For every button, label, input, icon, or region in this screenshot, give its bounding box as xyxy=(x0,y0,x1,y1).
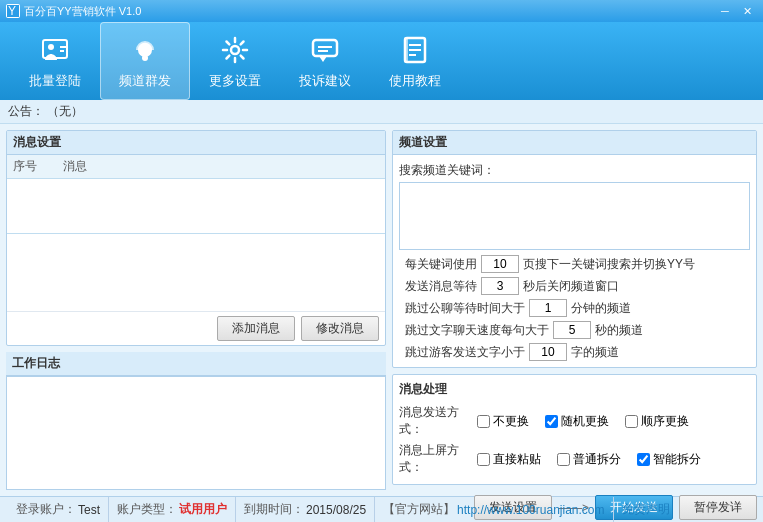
normal-split-option[interactable]: 普通拆分 xyxy=(557,451,621,468)
display-mode-label: 消息上屏方式： xyxy=(399,442,469,476)
search-keyword-label: 搜索频道关键词： xyxy=(399,159,750,182)
official-link[interactable]: http://www.100ruanjian.com xyxy=(457,503,604,517)
expire-value: 2015/08/25 xyxy=(306,503,366,517)
nav-item-tutorial[interactable]: 使用教程 xyxy=(370,22,460,100)
work-log-title: 工作日志 xyxy=(6,352,386,376)
edit-msg-button[interactable]: 修改消息 xyxy=(301,316,379,341)
nav-item-more-settings[interactable]: 更多设置 xyxy=(190,22,280,100)
no-replace-checkbox[interactable] xyxy=(477,415,490,428)
right-panel: 频道设置 搜索频道关键词： 每关键词使用 页搜下一关键词搜索并切换YY号 发送消… xyxy=(392,130,757,490)
smart-split-checkbox[interactable] xyxy=(637,453,650,466)
broadcast-icon xyxy=(127,32,163,68)
param-input-1[interactable] xyxy=(481,277,519,295)
disclaimer-segment: 免责声明 xyxy=(614,497,678,522)
msg-processing-title: 消息处理 xyxy=(399,381,750,398)
msg-processing-box: 消息处理 消息发送方式： 不更换 随机更换 顺序更换 xyxy=(392,374,757,485)
pause-detail-button[interactable]: 暂停发详 xyxy=(679,495,757,520)
svg-rect-20 xyxy=(404,37,408,63)
disclaimer-link[interactable]: 免责声明 xyxy=(622,501,670,518)
nav-label-channel-broadcast: 频道群发 xyxy=(119,72,171,90)
param-suffix-1: 秒后关闭频道窗口 xyxy=(523,278,619,295)
work-log-content xyxy=(6,376,386,491)
announce-bar: 公告： （无） xyxy=(0,100,763,124)
left-panel: 消息设置 序号 消息 添加消息 修改消息 xyxy=(6,130,386,490)
param-suffix-2: 分钟的频道 xyxy=(571,300,631,317)
settings-icon xyxy=(217,32,253,68)
param-row-4: 跳过游客发送文字小于 字的频道 xyxy=(399,341,750,363)
login-segment: 登录账户： Test xyxy=(8,497,109,522)
comment-icon xyxy=(307,32,343,68)
announce-content: （无） xyxy=(47,104,83,118)
random-replace-label: 随机更换 xyxy=(561,413,609,430)
main-content: 消息设置 序号 消息 添加消息 修改消息 xyxy=(0,124,763,496)
nav-item-batch-login[interactable]: 批量登陆 xyxy=(10,22,100,100)
direct-paste-option[interactable]: 直接粘贴 xyxy=(477,451,541,468)
smart-split-option[interactable]: 智能拆分 xyxy=(637,451,701,468)
msg-btn-row: 添加消息 修改消息 xyxy=(7,311,385,345)
app-title: 百分百YY营销软件 V1.0 xyxy=(24,4,141,19)
login-label: 登录账户： xyxy=(16,501,76,518)
display-mode-row: 消息上屏方式： 直接粘贴 普通拆分 智能拆分 xyxy=(399,440,750,478)
nav-toolbar: 批量登陆 频道群发 更多设置 投诉建议 使用教程 xyxy=(0,22,763,100)
param-prefix-1: 发送消息等待 xyxy=(405,278,477,295)
param-suffix-4: 字的频道 xyxy=(571,344,619,361)
status-bar: 登录账户： Test 账户类型： 试用用户 到期时间： 2015/08/25 【… xyxy=(0,496,763,522)
param-row-1: 发送消息等待 秒后关闭频道窗口 xyxy=(399,275,750,297)
normal-split-label: 普通拆分 xyxy=(573,451,621,468)
direct-paste-checkbox[interactable] xyxy=(477,453,490,466)
minimize-button[interactable]: ─ xyxy=(715,3,735,19)
nav-label-batch-login: 批量登陆 xyxy=(29,72,81,90)
display-mode-options: 直接粘贴 普通拆分 智能拆分 xyxy=(477,451,701,468)
direct-paste-label: 直接粘贴 xyxy=(493,451,541,468)
channel-settings-title: 频道设置 xyxy=(393,131,756,155)
order-replace-option[interactable]: 顺序更换 xyxy=(625,413,689,430)
order-replace-checkbox[interactable] xyxy=(625,415,638,428)
random-replace-option[interactable]: 随机更换 xyxy=(545,413,609,430)
app-icon: Y xyxy=(6,4,20,18)
msg-content-textarea[interactable] xyxy=(7,233,385,308)
nav-item-channel-broadcast[interactable]: 频道群发 xyxy=(100,22,190,100)
col-seq: 序号 xyxy=(7,155,57,179)
channel-keyword-textarea[interactable] xyxy=(399,182,750,250)
table-row xyxy=(7,215,385,233)
official-site-segment: 【官方网站】 http://www.100ruanjian.com xyxy=(375,497,613,522)
no-replace-option[interactable]: 不更换 xyxy=(477,413,529,430)
param-input-3[interactable] xyxy=(553,321,591,339)
param-input-4[interactable] xyxy=(529,343,567,361)
account-type-value: 试用用户 xyxy=(179,501,227,518)
channel-settings-box: 频道设置 搜索频道关键词： 每关键词使用 页搜下一关键词搜索并切换YY号 发送消… xyxy=(392,130,757,368)
param-prefix-4: 跳过游客发送文字小于 xyxy=(405,344,525,361)
nav-label-complaint: 投诉建议 xyxy=(299,72,351,90)
param-input-0[interactable] xyxy=(481,255,519,273)
svg-marker-13 xyxy=(319,56,327,62)
param-row-0: 每关键词使用 页搜下一关键词搜索并切换YY号 xyxy=(399,253,750,275)
svg-point-8 xyxy=(141,46,149,54)
table-row xyxy=(7,197,385,215)
send-mode-options: 不更换 随机更换 顺序更换 xyxy=(477,413,689,430)
msg-settings-title: 消息设置 xyxy=(7,131,385,155)
announce-label: 公告： xyxy=(8,104,44,118)
title-bar-left: Y 百分百YY营销软件 V1.0 xyxy=(6,4,141,19)
param-row-3: 跳过文字聊天速度每句大于 秒的频道 xyxy=(399,319,750,341)
param-prefix-0: 每关键词使用 xyxy=(405,256,477,273)
channel-section-inner: 搜索频道关键词： 每关键词使用 页搜下一关键词搜索并切换YY号 发送消息等待 秒… xyxy=(393,155,756,367)
send-mode-label: 消息发送方式： xyxy=(399,404,469,438)
param-prefix-2: 跳过公聊等待时间大于 xyxy=(405,300,525,317)
random-replace-checkbox[interactable] xyxy=(545,415,558,428)
col-msg: 消息 xyxy=(57,155,385,179)
official-label: 【官方网站】 xyxy=(383,501,455,518)
msg-settings-box: 消息设置 序号 消息 添加消息 修改消息 xyxy=(6,130,386,346)
normal-split-checkbox[interactable] xyxy=(557,453,570,466)
account-type-label: 账户类型： xyxy=(117,501,177,518)
param-input-2[interactable] xyxy=(529,299,567,317)
msg-table: 序号 消息 xyxy=(7,155,385,233)
no-replace-label: 不更换 xyxy=(493,413,529,430)
add-msg-button[interactable]: 添加消息 xyxy=(217,316,295,341)
expire-label: 到期时间： xyxy=(244,501,304,518)
login-value: Test xyxy=(78,503,100,517)
table-row xyxy=(7,179,385,197)
work-log-box: 工作日志 xyxy=(6,352,386,491)
nav-item-complaint[interactable]: 投诉建议 xyxy=(280,22,370,100)
svg-rect-10 xyxy=(144,53,146,58)
close-button[interactable]: ✕ xyxy=(737,3,757,19)
